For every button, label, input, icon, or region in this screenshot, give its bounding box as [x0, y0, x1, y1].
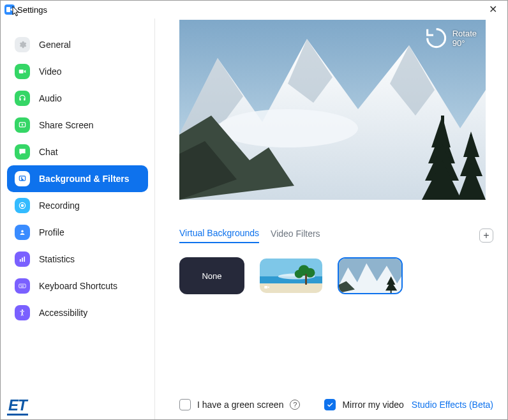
svg-rect-11 — [20, 285, 21, 286]
statistics-icon — [15, 251, 30, 267]
gear-icon — [15, 37, 30, 52]
sidebar-item-chat[interactable]: Chat — [7, 139, 148, 165]
sidebar-label: Share Screen — [39, 120, 94, 130]
sidebar-item-audio[interactable]: Audio — [7, 85, 148, 112]
add-background-button[interactable]: + — [479, 229, 493, 243]
svg-rect-13 — [22, 285, 23, 286]
green-screen-checkbox[interactable] — [179, 399, 191, 410]
background-tabs: Virtual Backgrounds Video Filters + — [179, 228, 493, 243]
window-title: Settings — [17, 5, 47, 15]
sidebar-item-share-screen[interactable]: Share Screen — [7, 112, 148, 139]
sidebar-label: Accessibility — [39, 308, 87, 318]
video-icon — [262, 284, 271, 290]
sidebar-item-accessibility[interactable]: Accessibility — [7, 299, 148, 326]
sidebar-label: Keyboard Shortcuts — [39, 281, 117, 291]
svg-point-25 — [295, 270, 303, 278]
tab-virtual-backgrounds[interactable]: Virtual Backgrounds — [179, 228, 259, 243]
studio-effects-link[interactable]: Studio Effects (Beta) — [412, 400, 493, 410]
recording-icon — [15, 198, 30, 213]
share-screen-icon — [15, 117, 30, 133]
svg-rect-27 — [264, 286, 267, 289]
sidebar-label: Statistics — [39, 254, 75, 264]
sidebar-item-general[interactable]: General — [7, 31, 148, 58]
thumb-mountains[interactable] — [338, 257, 403, 294]
headphones-icon — [15, 91, 30, 106]
sidebar-label: Recording — [39, 200, 80, 211]
sidebar-label: Profile — [39, 227, 64, 237]
rotate-icon — [424, 26, 448, 50]
sidebar-label: Chat — [39, 147, 58, 157]
video-preview: Rotate 90° — [179, 20, 486, 200]
sidebar-label: Video — [39, 66, 62, 77]
background-thumbnails: None — [179, 257, 493, 294]
profile-icon — [15, 225, 30, 240]
watermark: ET — [7, 398, 28, 416]
chat-icon — [15, 144, 30, 160]
footer-options: I have a green screen ? Mirror my video … — [179, 399, 493, 410]
sidebar-label: General — [39, 40, 71, 50]
svg-rect-0 — [19, 70, 24, 73]
sidebar-item-profile[interactable]: Profile — [7, 219, 148, 246]
svg-rect-12 — [21, 285, 22, 286]
video-icon — [15, 64, 30, 79]
close-button[interactable]: ✕ — [484, 3, 502, 15]
svg-point-16 — [22, 310, 23, 311]
sidebar-item-background-filters[interactable]: Background & Filters — [7, 165, 148, 192]
sidebar-item-keyboard-shortcuts[interactable]: Keyboard Shortcuts — [7, 273, 148, 299]
zoom-app-icon — [4, 4, 15, 15]
tab-video-filters[interactable]: Video Filters — [271, 229, 320, 243]
sidebar-item-recording[interactable]: Recording — [7, 192, 148, 219]
svg-point-6 — [21, 230, 24, 233]
svg-rect-9 — [24, 257, 25, 262]
accessibility-icon — [15, 305, 30, 320]
svg-rect-26 — [305, 274, 307, 285]
svg-rect-15 — [21, 287, 24, 287]
green-screen-label: I have a green screen — [197, 400, 283, 410]
main-panel: Rotate 90° Virtual Backgrounds Video Fil… — [155, 19, 507, 419]
thumb-none-label: None — [202, 271, 221, 281]
sidebar-item-video[interactable]: Video — [7, 58, 148, 85]
check-icon — [326, 401, 334, 409]
keyboard-icon — [15, 278, 30, 294]
sidebar-item-statistics[interactable]: Statistics — [7, 246, 148, 273]
plus-icon: + — [483, 230, 489, 241]
svg-rect-8 — [22, 258, 23, 262]
svg-rect-10 — [19, 284, 26, 288]
sidebar-label: Background & Filters — [39, 174, 130, 184]
thumb-none[interactable]: None — [179, 257, 244, 294]
titlebar: Settings ✕ — [1, 1, 507, 19]
svg-point-5 — [21, 204, 24, 207]
rotate-button[interactable]: Rotate 90° — [424, 26, 477, 50]
mirror-checkbox[interactable] — [324, 399, 336, 410]
settings-sidebar: General Video Audio Share Screen Chat — [1, 19, 155, 419]
svg-point-3 — [21, 177, 22, 179]
rotate-label: Rotate 90° — [452, 29, 477, 48]
thumb-beach[interactable] — [258, 257, 324, 294]
svg-rect-14 — [24, 285, 24, 286]
background-icon — [15, 171, 30, 186]
svg-point-18 — [218, 109, 358, 147]
sidebar-label: Audio — [39, 93, 62, 103]
svg-rect-7 — [20, 259, 21, 262]
mirror-label: Mirror my video — [342, 400, 403, 410]
help-icon[interactable]: ? — [290, 400, 300, 410]
